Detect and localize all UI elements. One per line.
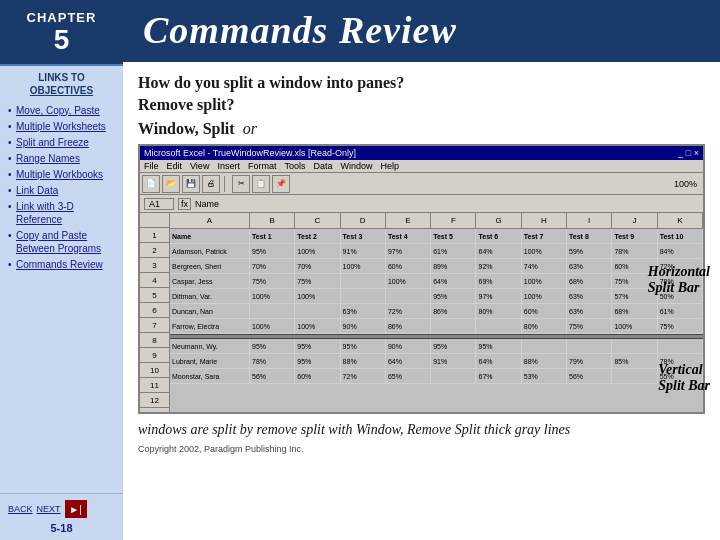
toolbar-save[interactable]: 💾 (182, 175, 200, 193)
cell-6-t9[interactable]: 100% (612, 319, 657, 333)
cell-2-t5[interactable]: 89% (431, 259, 476, 273)
sidebar-item-range-names[interactable]: Range Names (8, 152, 115, 165)
cell-header-t3[interactable]: Test 3 (341, 229, 386, 243)
cell-8-t1[interactable]: 78% (250, 354, 295, 368)
cell-8-t4[interactable]: 64% (386, 354, 431, 368)
toolbar-copy[interactable]: 📋 (252, 175, 270, 193)
cell-3-t6[interactable]: 69% (476, 274, 521, 288)
sidebar-item-copy-paste-programs[interactable]: Copy and Paste Between Programs (8, 229, 115, 255)
cell-8-t2[interactable]: 95% (295, 354, 340, 368)
menu-view[interactable]: View (190, 161, 209, 171)
cell-5-t9[interactable]: 68% (612, 304, 657, 318)
menu-insert[interactable]: Insert (217, 161, 240, 171)
cell-8-t7[interactable]: 88% (522, 354, 567, 368)
cell-6-t8[interactable]: 75% (567, 319, 612, 333)
cell-1-t3[interactable]: 91% (341, 244, 386, 258)
cell-3-t1[interactable]: 75% (250, 274, 295, 288)
cell-8-t5[interactable]: 91% (431, 354, 476, 368)
cell-8-t8[interactable]: 79% (567, 354, 612, 368)
cell-4-t5[interactable]: 95% (431, 289, 476, 303)
cell-2-t2[interactable]: 70% (295, 259, 340, 273)
cell-name-2[interactable]: Bergreen, Sheri (170, 259, 250, 273)
cell-4-t2[interactable]: 100% (295, 289, 340, 303)
cell-1-t10[interactable]: 84% (658, 244, 703, 258)
cell-3-t7[interactable]: 100% (522, 274, 567, 288)
cell-1-t9[interactable]: 78% (612, 244, 657, 258)
cell-2-t4[interactable]: 60% (386, 259, 431, 273)
cell-5-t7[interactable]: 60% (522, 304, 567, 318)
sidebar-item-multiple-worksheets[interactable]: Multiple Worksheets (8, 120, 115, 133)
cell-1-t4[interactable]: 97% (386, 244, 431, 258)
sidebar-item-link-data[interactable]: Link Data (8, 184, 115, 197)
menu-window[interactable]: Window (340, 161, 372, 171)
cell-3-t5[interactable]: 64% (431, 274, 476, 288)
cell-8-t3[interactable]: 88% (341, 354, 386, 368)
cell-5-t6[interactable]: 80% (476, 304, 521, 318)
sidebar-item-multiple-workbooks[interactable]: Multiple Workbooks (8, 168, 115, 181)
sidebar-item-move-copy-paste[interactable]: Move, Copy, Paste (8, 104, 115, 117)
cell-header-t9[interactable]: Test 9 (612, 229, 657, 243)
cell-2-t6[interactable]: 92% (476, 259, 521, 273)
cell-5-t2[interactable] (295, 304, 340, 318)
cell-header-t10[interactable]: Test 10 (658, 229, 703, 243)
cell-1-t2[interactable]: 100% (295, 244, 340, 258)
menu-format[interactable]: Format (248, 161, 277, 171)
cell-6-t1[interactable]: 100% (250, 319, 295, 333)
sidebar-item-link-3d[interactable]: Link with 3-D Reference (8, 200, 115, 226)
next-button[interactable]: NEXT (37, 504, 61, 514)
cell-4-t4[interactable] (386, 289, 431, 303)
cell-2-t3[interactable]: 100% (341, 259, 386, 273)
cell-name-1[interactable]: Adamson, Patrick (170, 244, 250, 258)
toolbar-open[interactable]: 📂 (162, 175, 180, 193)
cell-1-t1[interactable]: 95% (250, 244, 295, 258)
cell-7-t1[interactable]: 95% (250, 339, 295, 353)
cell-3-t4[interactable]: 100% (386, 274, 431, 288)
cell-4-t1[interactable]: 100% (250, 289, 295, 303)
toolbar-print[interactable]: 🖨 (202, 175, 220, 193)
cell-9-t7[interactable]: 53% (522, 369, 567, 383)
horizontal-split-bar-line[interactable] (170, 334, 703, 339)
cell-5-t10[interactable]: 61% (658, 304, 703, 318)
toolbar-new[interactable]: 📄 (142, 175, 160, 193)
cell-4-t8[interactable]: 63% (567, 289, 612, 303)
cell-header-t7[interactable]: Test 7 (522, 229, 567, 243)
end-button[interactable]: ►| (65, 500, 87, 518)
cell-header-t6[interactable]: Test 6 (476, 229, 521, 243)
cell-6-t10[interactable]: 75% (658, 319, 703, 333)
cell-6-t4[interactable]: 86% (386, 319, 431, 333)
cell-6-t7[interactable]: 80% (522, 319, 567, 333)
cell-ref[interactable]: A1 (144, 198, 174, 210)
cell-1-t6[interactable]: 64% (476, 244, 521, 258)
cell-4-t7[interactable]: 100% (522, 289, 567, 303)
cell-header-t4[interactable]: Test 4 (386, 229, 431, 243)
cell-3-t8[interactable]: 68% (567, 274, 612, 288)
toolbar-cut[interactable]: ✂ (232, 175, 250, 193)
cell-7-t4[interactable]: 90% (386, 339, 431, 353)
cell-5-t3[interactable]: 63% (341, 304, 386, 318)
cell-6-t2[interactable]: 100% (295, 319, 340, 333)
cell-5-t5[interactable]: 86% (431, 304, 476, 318)
back-button[interactable]: BACK (8, 504, 33, 514)
cell-1-t5[interactable]: 61% (431, 244, 476, 258)
cell-7-t2[interactable]: 95% (295, 339, 340, 353)
cell-name-7[interactable]: Neumann, Wy. (170, 339, 250, 353)
sidebar-item-commands-review[interactable]: Commands Review (8, 258, 115, 271)
cell-7-t9[interactable] (612, 339, 657, 353)
cell-9-t5[interactable] (431, 369, 476, 383)
cell-3-t3[interactable] (341, 274, 386, 288)
cell-1-t7[interactable]: 100% (522, 244, 567, 258)
cell-name-8[interactable]: Lubrant, Marie (170, 354, 250, 368)
cell-9-t3[interactable]: 72% (341, 369, 386, 383)
cell-8-t6[interactable]: 64% (476, 354, 521, 368)
toolbar-paste[interactable]: 📌 (272, 175, 290, 193)
cell-2-t1[interactable]: 70% (250, 259, 295, 273)
cell-header-t1[interactable]: Test 1 (250, 229, 295, 243)
cell-2-t7[interactable]: 74% (522, 259, 567, 273)
cell-6-t5[interactable] (431, 319, 476, 333)
cell-9-t2[interactable]: 60% (295, 369, 340, 383)
cell-name-6[interactable]: Farrow, Electra (170, 319, 250, 333)
menu-help[interactable]: Help (380, 161, 399, 171)
cell-header-t5[interactable]: Test 5 (431, 229, 476, 243)
cell-header-t2[interactable]: Test 2 (295, 229, 340, 243)
cell-6-t3[interactable]: 90% (341, 319, 386, 333)
